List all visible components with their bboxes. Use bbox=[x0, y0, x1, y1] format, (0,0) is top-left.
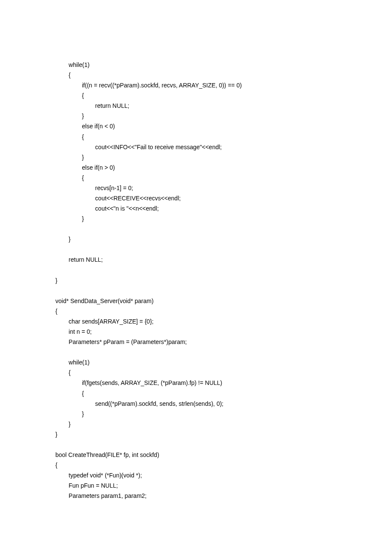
code-block: while(1) { if((n = recv((*pParam).sockfd… bbox=[55, 60, 337, 501]
document-page: while(1) { if((n = recv((*pParam).sockfd… bbox=[0, 0, 392, 543]
